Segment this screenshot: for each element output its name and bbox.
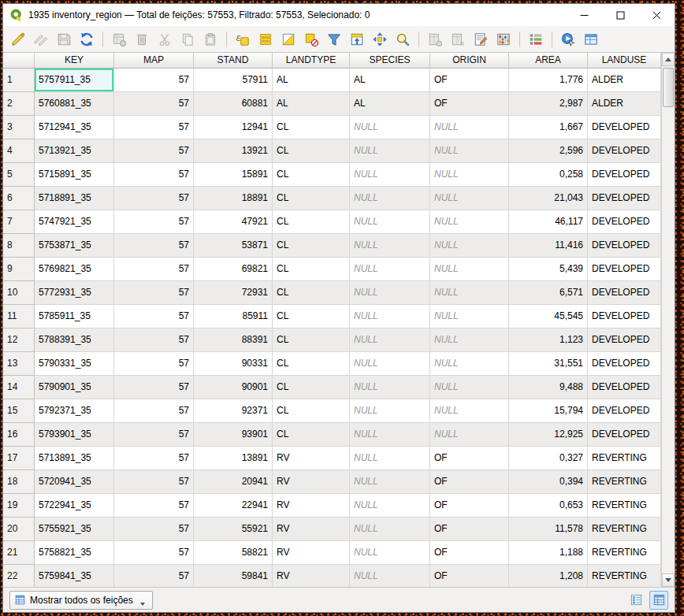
cell-key[interactable]: 5712941_35 [35, 116, 114, 139]
cell-origin[interactable]: OF [430, 470, 509, 494]
cell-stand[interactable]: 15891 [194, 163, 273, 187]
cell-area[interactable]: 1,208 [509, 565, 588, 587]
cell-landuse[interactable]: DEVELOPED [588, 376, 661, 399]
cell-origin[interactable]: NULL [430, 116, 509, 139]
field-calculator-button[interactable] [493, 29, 514, 50]
cell-stand[interactable]: 12941 [194, 116, 273, 139]
cell-key[interactable]: 5715891_35 [35, 163, 114, 187]
cell-area[interactable]: 0,258 [509, 163, 588, 187]
cell-stand[interactable]: 88391 [194, 328, 273, 352]
row-number[interactable]: 17 [3, 447, 35, 470]
cell-landuse[interactable]: DEVELOPED [588, 328, 661, 352]
cell-species[interactable]: NULL [350, 470, 430, 494]
cell-species[interactable]: NULL [350, 541, 430, 565]
filter-select-form-button[interactable] [324, 29, 344, 50]
cell-map[interactable]: 57 [114, 494, 194, 518]
cell-stand[interactable]: 92371 [194, 399, 273, 423]
cell-species[interactable]: NULL [350, 494, 430, 518]
cell-map[interactable]: 57 [114, 352, 194, 376]
select-by-expression-button[interactable]: ε [232, 29, 253, 50]
toggle-editing-button[interactable] [8, 29, 28, 50]
cell-area[interactable]: 1,188 [509, 541, 588, 565]
cell-landtype[interactable]: RV [273, 565, 350, 587]
cell-key[interactable]: 5793901_35 [35, 423, 114, 447]
cell-landuse[interactable]: DEVELOPED [588, 281, 661, 305]
cell-origin[interactable]: NULL [430, 234, 509, 258]
table-view-button[interactable] [649, 591, 668, 610]
cell-landuse[interactable]: DEVELOPED [588, 423, 661, 447]
cell-species[interactable]: NULL [350, 258, 430, 281]
cell-landuse[interactable]: DEVELOPED [588, 139, 661, 163]
column-header-key[interactable]: KEY [35, 53, 114, 69]
cell-landtype[interactable]: CL [273, 139, 350, 163]
scrollbar-thumb[interactable] [663, 68, 674, 107]
cell-landuse[interactable]: DEVELOPED [588, 163, 661, 187]
column-header-species[interactable]: SPECIES [350, 53, 430, 69]
cell-key[interactable]: 5772931_35 [35, 281, 114, 305]
vertical-scrollbar[interactable] [661, 53, 675, 587]
cell-stand[interactable]: 60881 [194, 92, 273, 116]
cell-landuse[interactable]: DEVELOPED [588, 399, 661, 423]
cell-landuse[interactable]: REVERTING [588, 541, 661, 565]
cell-origin[interactable]: NULL [430, 139, 509, 163]
cell-area[interactable]: 9,488 [509, 376, 588, 399]
cell-landtype[interactable]: CL [273, 352, 350, 376]
cell-key[interactable]: 5722941_35 [35, 494, 114, 518]
row-number[interactable]: 4 [3, 139, 35, 163]
scroll-down-button[interactable] [662, 573, 675, 587]
cell-area[interactable]: 11,416 [509, 234, 588, 258]
cell-area[interactable]: 1,667 [509, 116, 588, 139]
cell-map[interactable]: 57 [114, 234, 194, 258]
cell-stand[interactable]: 90331 [194, 352, 273, 376]
cell-species[interactable]: NULL [350, 518, 430, 541]
cell-map[interactable]: 57 [114, 423, 194, 447]
cell-stand[interactable]: 22941 [194, 494, 273, 518]
row-number[interactable]: 3 [3, 116, 35, 139]
cell-map[interactable]: 57 [114, 139, 194, 163]
move-selection-to-top-button[interactable] [347, 29, 367, 50]
cell-key[interactable]: 5713891_35 [35, 447, 114, 470]
cell-landtype[interactable]: CL [273, 163, 350, 187]
cell-origin[interactable]: NULL [430, 163, 509, 187]
cell-origin[interactable]: NULL [430, 399, 509, 423]
cell-stand[interactable]: 13921 [194, 139, 273, 163]
cell-key[interactable]: 5747921_35 [35, 210, 114, 234]
cell-stand[interactable]: 90901 [194, 376, 273, 399]
minimize-button[interactable] [566, 4, 602, 26]
cell-species[interactable]: NULL [350, 447, 430, 470]
row-number[interactable]: 21 [3, 541, 35, 565]
row-number[interactable]: 13 [3, 352, 35, 376]
cell-area[interactable]: 1,776 [509, 69, 588, 92]
row-number[interactable]: 9 [3, 258, 35, 281]
cell-landtype[interactable]: CL [273, 258, 350, 281]
cell-species[interactable]: NULL [350, 423, 430, 447]
cell-map[interactable]: 57 [114, 116, 194, 139]
feature-filter-button[interactable]: Mostrar todos os feições [9, 591, 153, 610]
column-header-landtype[interactable]: LANDTYPE [273, 53, 350, 69]
cell-area[interactable]: 2,987 [509, 92, 588, 116]
row-number[interactable]: 18 [3, 470, 35, 494]
cell-map[interactable]: 57 [114, 399, 194, 423]
cell-landtype[interactable]: RV [273, 518, 350, 541]
row-number[interactable]: 12 [3, 328, 35, 352]
cell-species[interactable]: NULL [350, 210, 430, 234]
zoom-to-selected-button[interactable] [392, 29, 413, 50]
cell-map[interactable]: 57 [114, 305, 194, 328]
cell-landtype[interactable]: CL [273, 305, 350, 328]
row-number[interactable]: 2 [3, 92, 35, 116]
cell-key[interactable]: 5755921_35 [35, 518, 114, 541]
cell-origin[interactable]: NULL [430, 376, 509, 399]
close-button[interactable] [638, 4, 675, 26]
cell-stand[interactable]: 53871 [194, 234, 273, 258]
cell-key[interactable]: 5785911_35 [35, 305, 114, 328]
cell-key[interactable]: 5790901_35 [35, 376, 114, 399]
cell-origin[interactable]: OF [430, 565, 509, 587]
cell-landtype[interactable]: AL [273, 69, 350, 92]
cell-area[interactable]: 2,596 [509, 139, 588, 163]
cell-key[interactable]: 5720941_35 [35, 470, 114, 494]
cell-landtype[interactable]: CL [273, 187, 350, 210]
row-number[interactable]: 6 [3, 187, 35, 210]
cell-stand[interactable]: 18891 [194, 187, 273, 210]
cell-landuse[interactable]: REVERTING [588, 494, 661, 518]
row-number[interactable]: 19 [3, 494, 35, 518]
